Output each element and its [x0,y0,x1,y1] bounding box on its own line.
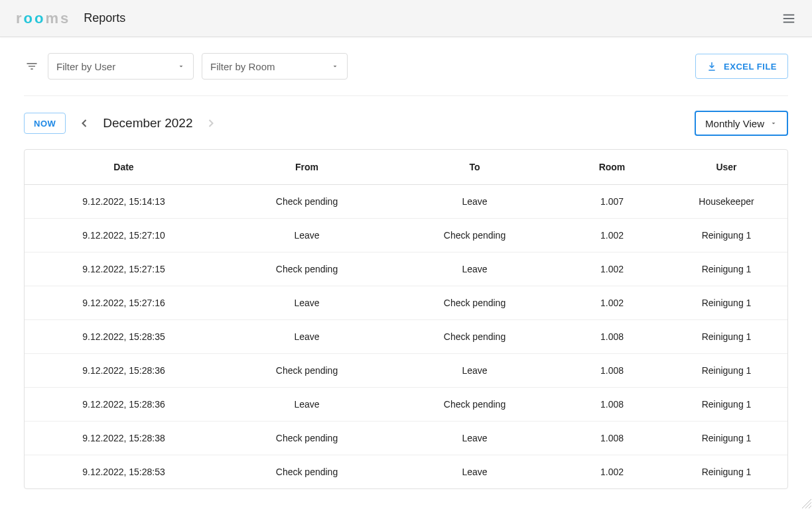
logo-text-mid: oo [24,10,46,27]
cell-from: Check pending [223,185,391,219]
caret-down-icon [331,62,339,70]
cell-to: Leave [391,354,559,388]
cell-from: Check pending [223,422,391,455]
cell-room: 1.007 [559,185,665,219]
export-excel-label: EXCEL FILE [724,62,777,72]
col-header-room: Room [559,150,665,185]
filter-by-user-select[interactable]: Filter by User [48,53,194,80]
table-row: 9.12.2022, 15:14:13Check pendingLeave1.0… [25,185,787,219]
page-content: Filter by User Filter by Room EXCEL FILE… [0,37,812,505]
cell-from: Leave [223,388,391,422]
logo-text-prefix: r [16,10,24,27]
col-header-from: From [223,150,391,185]
col-header-to: To [391,150,559,185]
col-header-user: User [665,150,787,185]
table-row: 9.12.2022, 15:28:35LeaveCheck pending1.0… [25,320,787,354]
cell-user: Housekeeper [665,185,787,219]
table-header-row: Date From To Room User [25,150,787,185]
cell-to: Leave [391,253,559,286]
cell-date: 9.12.2022, 15:27:10 [25,219,223,253]
appbar-left: rooms Reports [16,10,125,27]
now-label: NOW [34,119,56,129]
cell-to: Check pending [391,388,559,422]
table-row: 9.12.2022, 15:28:36LeaveCheck pending1.0… [25,388,787,422]
filter-room-label: Filter by Room [210,61,275,72]
current-month-label: December 2022 [103,116,192,131]
page-title: Reports [84,11,125,25]
cell-date: 9.12.2022, 15:27:16 [25,286,223,320]
view-mode-select[interactable]: Monthly View [695,111,788,136]
cell-from: Leave [223,219,391,253]
cell-from: Leave [223,320,391,354]
chevron-left-icon [78,117,91,130]
cell-from: Check pending [223,253,391,286]
caret-down-icon [177,62,185,70]
logo-text-suffix: ms [45,10,70,27]
cell-room: 1.002 [559,219,665,253]
cell-date: 9.12.2022, 15:28:53 [25,455,223,489]
filter-bar: Filter by User Filter by Room EXCEL FILE [24,53,788,96]
cell-from: Check pending [223,455,391,489]
caret-down-icon [770,119,778,127]
cell-user: Reinigung 1 [665,253,787,286]
download-icon [707,61,717,72]
calendar-nav: NOW December 2022 Monthly View [24,96,788,149]
hamburger-menu-button[interactable] [781,11,796,26]
appbar: rooms Reports [0,0,812,37]
cell-user: Reinigung 1 [665,286,787,320]
app-logo: rooms [16,10,70,27]
table-row: 9.12.2022, 15:28:36Check pendingLeave1.0… [25,354,787,388]
cell-user: Reinigung 1 [665,354,787,388]
view-mode-label: Monthly View [705,118,764,129]
col-header-date: Date [25,150,223,185]
svg-line-5 [809,506,811,508]
filter-icon [24,58,40,74]
table-row: 9.12.2022, 15:27:16LeaveCheck pending1.0… [25,286,787,320]
cell-user: Reinigung 1 [665,455,787,489]
cell-date: 9.12.2022, 15:27:15 [25,253,223,286]
cell-to: Leave [391,185,559,219]
cell-room: 1.002 [559,253,665,286]
cell-room: 1.008 [559,320,665,354]
hamburger-icon [781,11,796,26]
table-row: 9.12.2022, 15:28:38Check pendingLeave1.0… [25,422,787,455]
cell-date: 9.12.2022, 15:28:35 [25,320,223,354]
table-row: 9.12.2022, 15:27:15Check pendingLeave1.0… [25,253,787,286]
cell-user: Reinigung 1 [665,219,787,253]
cell-room: 1.008 [559,354,665,388]
export-excel-button[interactable]: EXCEL FILE [695,54,788,79]
cell-user: Reinigung 1 [665,422,787,455]
cell-date: 9.12.2022, 15:28:36 [25,354,223,388]
cell-from: Check pending [223,354,391,388]
cell-user: Reinigung 1 [665,388,787,422]
table-row: 9.12.2022, 15:28:53Check pendingLeave1.0… [25,455,787,489]
cell-to: Leave [391,422,559,455]
filter-by-room-select[interactable]: Filter by Room [202,53,348,80]
cell-date: 9.12.2022, 15:28:36 [25,388,223,422]
cell-room: 1.008 [559,388,665,422]
cell-room: 1.002 [559,455,665,489]
chevron-right-icon [204,117,218,130]
prev-month-button[interactable] [75,114,94,133]
cell-to: Check pending [391,219,559,253]
cell-to: Check pending [391,286,559,320]
cell-room: 1.002 [559,286,665,320]
cell-date: 9.12.2022, 15:28:38 [25,422,223,455]
now-button[interactable]: NOW [24,113,66,134]
cell-to: Check pending [391,320,559,354]
cell-room: 1.008 [559,422,665,455]
cell-date: 9.12.2022, 15:14:13 [25,185,223,219]
table-row: 9.12.2022, 15:27:10LeaveCheck pending1.0… [25,219,787,253]
reports-table: Date From To Room User 9.12.2022, 15:14:… [25,150,787,488]
next-month-button[interactable] [202,114,220,133]
filter-user-label: Filter by User [56,61,115,72]
cell-from: Leave [223,286,391,320]
reports-table-container: Date From To Room User 9.12.2022, 15:14:… [24,149,788,489]
cell-user: Reinigung 1 [665,320,787,354]
cell-to: Leave [391,455,559,489]
